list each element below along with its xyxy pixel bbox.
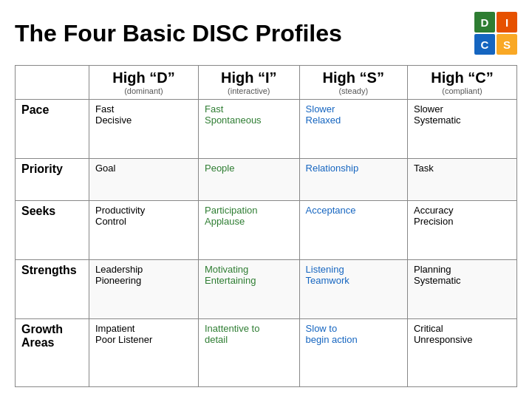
cell-1-i: People (198, 159, 299, 201)
row-label-2: Seeks (16, 200, 89, 259)
table-row: SeeksProductivity ControlParticipation A… (16, 200, 517, 259)
cell-4-i: Inattentive to detail (198, 319, 299, 387)
table-row: Growth AreasImpatient Poor ListenerInatt… (16, 319, 517, 387)
cell-1-d: Goal (89, 159, 199, 201)
disc-table: High “D” (dominant) High “I” (interactiv… (15, 65, 517, 387)
page-header: The Four Basic DISC Profiles D I C S (15, 12, 517, 55)
disc-d-cell: D (474, 12, 495, 33)
cell-0-i: Fast Spontaneous (198, 100, 299, 159)
page-title: The Four Basic DISC Profiles (15, 20, 342, 47)
col-header-s: High “S” (steady) (299, 66, 407, 100)
cell-0-c: Slower Systematic (407, 100, 516, 159)
cell-2-c: Accuracy Precision (407, 200, 516, 259)
row-label-3: Strengths (16, 259, 89, 318)
cell-1-c: Task (407, 159, 516, 201)
table-row: PaceFast DecisiveFast SpontaneousSlower … (16, 100, 517, 159)
row-label-4: Growth Areas (16, 319, 89, 387)
cell-4-d: Impatient Poor Listener (89, 319, 199, 387)
cell-3-i: Motivating Entertaining (198, 259, 299, 318)
cell-2-i: Participation Applause (198, 200, 299, 259)
cell-2-d: Productivity Control (89, 200, 199, 259)
cell-0-d: Fast Decisive (89, 100, 199, 159)
col-header-c: High “C” (compliant) (407, 66, 516, 100)
disc-s-cell: S (497, 34, 517, 55)
cell-4-c: Critical Unresponsive (407, 319, 516, 387)
cell-3-s: Listening Teamwork (299, 259, 407, 318)
cell-3-c: Planning Systematic (407, 259, 516, 318)
col-header-d: High “D” (dominant) (89, 66, 199, 100)
table-row: StrengthsLeadership PioneeringMotivating… (16, 259, 517, 318)
col-header-i: High “I” (interactive) (198, 66, 299, 100)
row-label-0: Pace (16, 100, 89, 159)
table-row: PriorityGoalPeopleRelationshipTask (16, 159, 517, 201)
row-label-1: Priority (16, 159, 89, 201)
disc-c-cell: C (474, 34, 495, 55)
cell-2-s: Acceptance (299, 200, 407, 259)
cell-0-s: Slower Relaxed (299, 100, 407, 159)
empty-header-cell (16, 66, 89, 100)
cell-1-s: Relationship (299, 159, 407, 201)
disc-logo: D I C S (474, 12, 517, 55)
cell-3-d: Leadership Pioneering (89, 259, 199, 318)
disc-i-cell: I (497, 12, 517, 33)
cell-4-s: Slow to begin action (299, 319, 407, 387)
